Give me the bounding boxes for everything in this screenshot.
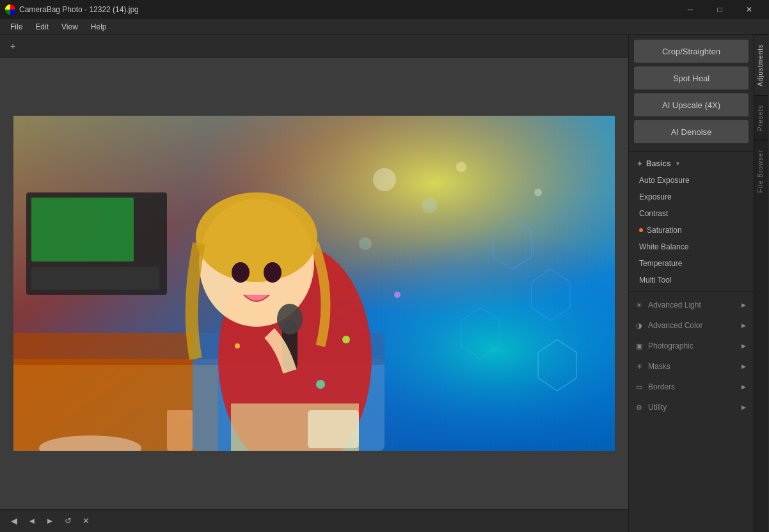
- svg-rect-29: [167, 410, 193, 451]
- masks-arrow: ▶: [741, 363, 746, 370]
- window-title: CameraBag Photo - 12322 (14).jpg: [19, 5, 139, 14]
- app-icon: [5, 4, 15, 15]
- adj-dot-saturation: [639, 228, 643, 232]
- utility-header[interactable]: ⚙ Utility ▶: [629, 396, 754, 417]
- image-canvas: [13, 116, 615, 451]
- utility-icon: ⚙: [634, 403, 644, 412]
- tab-presets[interactable]: Presets: [754, 95, 768, 140]
- ai-denoise-button[interactable]: AI Denoise: [634, 120, 749, 143]
- svg-rect-5: [13, 333, 193, 365]
- utility-arrow: ▶: [741, 404, 746, 411]
- photographic-arrow: ▶: [741, 343, 746, 349]
- titlebar-controls: ─ □ ✕: [676, 0, 764, 19]
- svg-rect-31: [308, 410, 359, 448]
- minimize-button[interactable]: ─: [676, 0, 705, 19]
- svg-point-24: [264, 262, 281, 283]
- toolbar-top: +: [0, 35, 628, 58]
- advanced-light-arrow: ▶: [741, 302, 746, 308]
- svg-point-33: [394, 292, 400, 298]
- advanced-color-header[interactable]: ◑ Advanced Color ▶: [629, 315, 754, 335]
- tab-file-browser[interactable]: File Browser: [754, 140, 768, 202]
- svg-point-19: [359, 237, 372, 250]
- refresh-button[interactable]: ↺: [61, 515, 74, 528]
- tab-adjustments[interactable]: Adjustments: [754, 35, 768, 95]
- advanced-color-arrow: ▶: [741, 322, 746, 329]
- photographic-icon: ▣: [634, 342, 644, 350]
- adj-exposure[interactable]: Exposure: [629, 189, 754, 205]
- menu-view[interactable]: View: [56, 21, 83, 33]
- masks-header[interactable]: ✳ Masks ▶: [629, 356, 754, 376]
- divider-1: [629, 151, 754, 152]
- menubar: File Edit View Help: [0, 19, 769, 35]
- forward-button[interactable]: ►: [44, 515, 56, 528]
- svg-point-23: [232, 262, 250, 283]
- menu-file[interactable]: File: [5, 21, 28, 33]
- advanced-light-icon: ☀: [634, 301, 644, 309]
- right-wrapper: Crop/Straighten Spot Heal AI Upscale (4X…: [628, 35, 769, 532]
- right-panel: Crop/Straighten Spot Heal AI Upscale (4X…: [628, 35, 754, 532]
- adj-white-balance[interactable]: White Balance: [629, 239, 754, 255]
- ai-upscale-button[interactable]: AI Upscale (4X): [634, 93, 749, 116]
- app-container: +: [0, 35, 769, 532]
- masks-icon: ✳: [634, 363, 644, 371]
- maximize-button[interactable]: □: [705, 0, 734, 19]
- adj-saturation[interactable]: Saturation: [629, 222, 754, 239]
- adjustments-panel: ✦ Basics ▾ Auto Exposure Exposure Contra…: [629, 154, 754, 532]
- toolbar-bottom: ◀ ◄ ► ↺ ✕: [0, 509, 628, 532]
- adj-multi-tool[interactable]: Multi Tool: [629, 272, 754, 288]
- menu-edit[interactable]: Edit: [30, 21, 54, 33]
- crop-button[interactable]: Crop/Straighten: [634, 40, 749, 63]
- svg-point-35: [316, 380, 325, 389]
- svg-point-17: [456, 162, 466, 172]
- spot-heal-button[interactable]: Spot Heal: [634, 66, 749, 90]
- divider-2: [629, 291, 754, 292]
- adj-temperature[interactable]: Temperature: [629, 255, 754, 272]
- back-button[interactable]: ◄: [26, 515, 38, 528]
- menu-help[interactable]: Help: [86, 21, 112, 33]
- advanced-color-icon: ◑: [634, 322, 644, 330]
- svg-point-18: [534, 189, 542, 196]
- borders-arrow: ▶: [741, 384, 746, 390]
- basics-arrow: ▾: [676, 160, 679, 167]
- vertical-tabs-bar: Adjustments Presets File Browser: [754, 35, 768, 532]
- image-svg: [13, 116, 615, 451]
- svg-point-34: [235, 343, 240, 348]
- svg-point-16: [422, 198, 437, 213]
- basics-section-header[interactable]: ✦ Basics ▾: [629, 154, 754, 172]
- svg-point-32: [342, 336, 350, 343]
- clear-button[interactable]: ✕: [79, 515, 92, 528]
- titlebar-left: CameraBag Photo - 12322 (14).jpg: [5, 4, 139, 15]
- titlebar: CameraBag Photo - 12322 (14).jpg ─ □ ✕: [0, 0, 769, 19]
- borders-icon: ▭: [634, 383, 644, 391]
- svg-rect-7: [31, 198, 134, 262]
- adj-auto-exposure[interactable]: Auto Exposure: [629, 172, 754, 189]
- tool-section: Crop/Straighten Spot Heal AI Upscale (4X…: [629, 35, 754, 148]
- basics-icon: ✦: [637, 160, 642, 168]
- canvas-area: +: [0, 35, 628, 532]
- basics-label: Basics: [646, 159, 671, 168]
- photographic-header[interactable]: ▣ Photographic ▶: [629, 335, 754, 356]
- svg-point-26: [277, 304, 303, 334]
- add-button[interactable]: +: [5, 38, 20, 54]
- svg-point-15: [373, 168, 396, 191]
- prev-button[interactable]: ◀: [8, 515, 20, 528]
- close-button[interactable]: ✕: [734, 0, 764, 19]
- borders-header[interactable]: ▭ Borders ▶: [629, 376, 754, 396]
- image-container: [0, 58, 628, 509]
- adj-contrast[interactable]: Contrast: [629, 205, 754, 222]
- svg-rect-8: [31, 267, 159, 290]
- advanced-light-header[interactable]: ☀ Advanced Light ▶: [629, 294, 754, 315]
- svg-point-22: [196, 192, 317, 282]
